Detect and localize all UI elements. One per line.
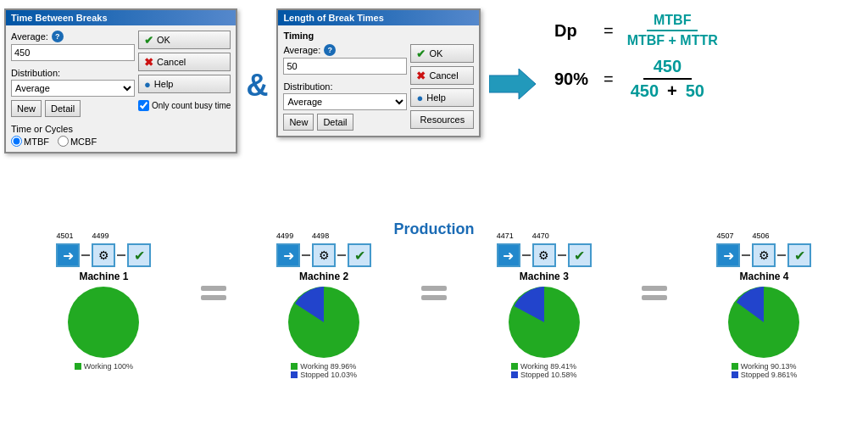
ok-icon-2: ✔: [416, 47, 426, 60]
ok-icon: ✔: [144, 34, 153, 47]
dialog2-ok-button[interactable]: ✔ OK: [410, 44, 474, 63]
dialog1-distribution-select[interactable]: Average: [11, 80, 135, 97]
machine4-pie: [726, 284, 802, 360]
machine1-num-left: 4501: [56, 232, 73, 240]
machine1-working-dot: [75, 363, 81, 370]
machine2-pie: [286, 284, 362, 360]
machine2-line2: [337, 254, 346, 256]
dialog1-ok-button[interactable]: ✔ OK: [138, 31, 231, 49]
eq-bar-2a: [421, 286, 447, 291]
machine4-num-mid: 4506: [752, 232, 769, 240]
machine1-working-label: Working 100%: [84, 362, 133, 371]
dialog1-cancel-button[interactable]: ✖ Cancel: [138, 53, 231, 71]
machine1-line1: [81, 254, 90, 256]
machine4-num-left: 4507: [716, 232, 733, 240]
separator-3: [642, 243, 667, 300]
machine2-flow: 4499 4498 ➜ ⚙ ✔: [276, 243, 371, 267]
eq-bar-3b: [642, 295, 667, 300]
connector-ampersand: &: [246, 68, 268, 103]
formula-eq1: =: [604, 21, 614, 41]
dialog1-help-button[interactable]: ● Help: [138, 75, 231, 93]
machine4-line1: [742, 254, 750, 256]
machine-block-1: 4501 4499 ➜ ⚙ ✔ Machine 1 Working 100%: [10, 243, 197, 371]
dialog-time-between-breaks: Time Between Breaks Average: ? Distribut…: [4, 8, 237, 153]
machines-row: 4501 4499 ➜ ⚙ ✔ Machine 1 Working 100%: [0, 243, 868, 379]
machine3-line1: [522, 254, 531, 256]
machine2-working-dot: [291, 363, 298, 370]
machine4-stopped-dot: [732, 371, 738, 378]
machine1-check-node: ✔: [127, 243, 151, 267]
separator-2: [421, 243, 447, 300]
formula-row-1: Dp = MTBF MTBF + MTTR: [554, 13, 843, 48]
dialog-length-of-break-times: Length of Break Times Timing Average: ? …: [276, 8, 481, 137]
machine3-name: Machine 3: [520, 271, 569, 282]
dialog2-title: Length of Break Times: [278, 10, 479, 25]
machine4-legend: Working 90.13% Stopped 9.861%: [732, 362, 798, 379]
dialog1-average-label: Average: ?: [11, 31, 135, 42]
dialog2-new-button[interactable]: New: [283, 114, 314, 131]
dialog2-help-button[interactable]: ● Help: [410, 88, 474, 107]
dialog2-distribution-select[interactable]: Average: [283, 93, 407, 110]
machine4-flow: 4507 4506 ➜ ⚙ ✔: [716, 243, 811, 267]
machine1-flow: 4501 4499 ➜ ⚙ ✔: [56, 243, 151, 267]
big-arrow: [489, 67, 536, 103]
dialog1-time-cycles-label: Time or Cycles: [11, 124, 135, 134]
dialog1-new-button[interactable]: New: [11, 100, 42, 117]
machine1-arrow-node: ➜: [56, 243, 80, 267]
dialog1-average-input[interactable]: [11, 44, 135, 61]
dialog2-cancel-button[interactable]: ✖ Cancel: [410, 66, 474, 85]
machine3-legend: Working 89.41% Stopped 10.58%: [511, 362, 577, 379]
machine2-gear-node: ⚙: [312, 243, 336, 267]
dialog1-mcbf-radio[interactable]: MCBF: [58, 136, 97, 147]
separator-1: [201, 243, 226, 300]
dialog2-timing-label: Timing: [283, 31, 474, 41]
machine-block-2: 4499 4498 ➜ ⚙ ✔ Machine 2 Working 89.96%: [231, 243, 417, 379]
dp-label: Dp: [554, 21, 597, 41]
eq-bar-1a: [201, 286, 226, 291]
machine4-gear-node: ⚙: [752, 243, 776, 267]
fraction1-numerator: MTBF: [647, 13, 698, 31]
machine3-flow: 4471 4470 ➜ ⚙ ✔: [497, 243, 592, 267]
dialog1-detail-button[interactable]: Detail: [45, 100, 81, 117]
cancel-icon: ✖: [144, 56, 153, 69]
machine4-name: Machine 4: [739, 271, 788, 282]
dialog2-help-badge[interactable]: ?: [324, 44, 336, 56]
dialog2-resources-button[interactable]: Resources: [410, 110, 474, 129]
production-title: Production: [0, 220, 868, 238]
machine2-legend: Working 89.96% Stopped 10.03%: [291, 362, 357, 379]
machine4-arrow-node: ➜: [716, 243, 740, 267]
machine2-line1: [302, 254, 310, 256]
formula-eq2: =: [604, 70, 614, 89]
machine2-check-node: ✔: [348, 243, 371, 267]
fraction2-denominator: 450 + 50: [620, 80, 715, 101]
eq-bar-3a: [642, 286, 667, 291]
dialog2-distribution-label: Distribution:: [283, 81, 407, 92]
svg-marker-0: [489, 69, 536, 99]
machine4-working-label: Working 90.13%: [741, 362, 797, 371]
machine3-check-node: ✔: [568, 243, 592, 267]
machine-block-4: 4507 4506 ➜ ⚙ ✔ Machine 4 Working 90.13%: [670, 243, 857, 379]
production-area: Production 4501 4499 ➜ ⚙ ✔ Machine 1 Wor…: [0, 220, 868, 424]
dialog1-only-busy-row: Only count busy time: [138, 100, 231, 111]
machine2-working-label: Working 89.96%: [300, 362, 356, 371]
machine3-working-label: Working 89.41%: [520, 362, 576, 371]
machine2-stopped-dot: [291, 371, 298, 378]
pct-label: 90%: [554, 70, 597, 89]
machine3-line2: [558, 254, 566, 256]
machine4-stopped-label: Stopped 9.861%: [741, 371, 798, 379]
dialog1-mtbf-radio[interactable]: MTBF: [11, 136, 49, 147]
machine1-num-mid: 4499: [92, 232, 108, 240]
dialog1-title: Time Between Breaks: [6, 10, 236, 25]
dialog1-only-busy-checkbox[interactable]: [138, 100, 149, 111]
machine3-stopped-dot: [511, 371, 518, 378]
machine4-line2: [777, 254, 786, 256]
machine3-arrow-node: ➜: [497, 243, 520, 267]
machine1-gear-node: ⚙: [92, 243, 115, 267]
machine3-pie: [506, 284, 582, 360]
dialog2-average-input[interactable]: [283, 58, 407, 75]
machine1-line2: [117, 254, 125, 256]
dialog2-detail-button[interactable]: Detail: [317, 114, 353, 131]
machine4-check-node: ✔: [787, 243, 811, 267]
dialog1-help-badge[interactable]: ?: [52, 31, 64, 42]
formula-area: Dp = MTBF MTBF + MTTR 90% = 450 450 + 50: [554, 13, 843, 109]
